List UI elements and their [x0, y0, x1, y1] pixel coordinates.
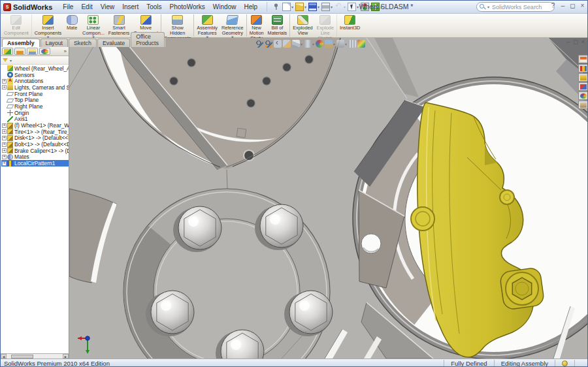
- scrollbar-thumb[interactable]: [11, 355, 33, 359]
- task-pane-button[interactable]: [578, 55, 588, 63]
- toolbar-button[interactable]: Assembly Features ▼: [195, 14, 220, 37]
- quick-access-button[interactable]: ▾: [271, 2, 281, 12]
- child-close-button[interactable]: ×: [581, 39, 585, 45]
- tree-item[interactable]: Annotations: [1, 78, 69, 84]
- toolbar-button[interactable]: Edit Component ▼: [2, 14, 32, 37]
- toolbar-button[interactable]: Linear Compon... ▼: [80, 14, 106, 37]
- expand-icon[interactable]: [2, 136, 7, 140]
- command-tab[interactable]: Office Products: [131, 32, 165, 47]
- toolbar-button[interactable]: Insert Components ▼: [33, 14, 63, 37]
- hud-button[interactable]: ▾: [274, 40, 282, 48]
- toolbar-button[interactable]: Show Hidden Components ▼: [162, 14, 194, 37]
- child-restore-button[interactable]: ◻: [573, 39, 578, 45]
- tree-item[interactable]: Bolt<1> -> (Default<<Defau: [1, 141, 69, 148]
- task-pane-button[interactable]: [578, 91, 588, 100]
- expand-icon[interactable]: [2, 123, 7, 128]
- menu-item[interactable]: Help: [240, 2, 261, 12]
- toolbar-button[interactable]: Smart Fasteners ▼: [106, 14, 131, 37]
- panel-tab[interactable]: [39, 48, 50, 55]
- scroll-right-arrow-icon[interactable]: ▶: [63, 354, 69, 359]
- search-input[interactable]: [491, 3, 551, 11]
- apply-scene-icon: [325, 40, 333, 48]
- panel-overflow-chevron[interactable]: [64, 48, 67, 54]
- tree-item[interactable]: Axis1: [1, 116, 69, 123]
- graphics-viewport[interactable]: ▾ ▾ ▾ ▾ ▾: [69, 38, 588, 359]
- expand-icon[interactable]: [2, 85, 7, 89]
- toolbar-button[interactable]: Explode Line Sketch ▼: [315, 14, 337, 37]
- command-tab[interactable]: Evaluate: [97, 39, 130, 47]
- tree-item[interactable]: Front Plane: [1, 91, 69, 97]
- help-button[interactable]: ?: [549, 2, 557, 9]
- tree-item[interactable]: LocalCirPattern1: [1, 160, 69, 167]
- reference-geometry: [226, 15, 238, 25]
- search-dropdown-icon[interactable]: ▾: [487, 5, 489, 9]
- hud-button[interactable]: ▾: [304, 40, 314, 48]
- task-pane-button[interactable]: [578, 73, 588, 82]
- task-pane-button[interactable]: [578, 101, 588, 109]
- hud-button[interactable]: ▾: [283, 40, 291, 48]
- toolbar-button[interactable]: Mate ▼: [63, 14, 80, 37]
- tree-item[interactable]: Lights, Cameras and Scene: [1, 84, 69, 91]
- toolbar-button[interactable]: Bill of Materials ▼: [266, 14, 291, 37]
- maximize-button[interactable]: ◻: [569, 2, 576, 9]
- toolbar-button[interactable]: New Motion Study ▼: [248, 14, 266, 37]
- tree-item[interactable]: Origin: [1, 110, 69, 116]
- hud-button[interactable]: ▾: [325, 40, 335, 48]
- expand-icon[interactable]: [2, 155, 7, 159]
- hud-button[interactable]: ▾: [265, 40, 272, 48]
- tree-item[interactable]: Disk<1> -> (Default<<Defau: [1, 135, 69, 142]
- task-pane-button[interactable]: [578, 64, 588, 72]
- search-box[interactable]: ▾: [476, 2, 555, 12]
- task-pane-button[interactable]: [578, 82, 588, 91]
- tree-item[interactable]: (f) Wheel<1> (Rear_Wheel_P...: [1, 122, 69, 129]
- expand-icon[interactable]: [2, 79, 7, 84]
- scroll-left-arrow-icon[interactable]: ◀: [1, 354, 7, 359]
- command-tab[interactable]: Assembly: [2, 39, 40, 47]
- tree-item[interactable]: Right Plane: [1, 103, 69, 110]
- hud-button[interactable]: ▾: [255, 40, 263, 48]
- tree-item[interactable]: Top Plane: [1, 97, 69, 103]
- menu-item[interactable]: Edit: [77, 2, 96, 12]
- tree-filter[interactable]: ▾: [1, 56, 69, 65]
- menu-item[interactable]: Window: [209, 2, 240, 12]
- close-button[interactable]: ×: [579, 2, 586, 9]
- toolbar-button-label: Reference Geometry: [221, 25, 244, 36]
- quick-access-button[interactable]: ▾: [295, 2, 307, 12]
- toolbar-button[interactable]: Instant3D ▼: [338, 14, 362, 37]
- hud-button[interactable]: ▾: [348, 40, 356, 48]
- menu-item[interactable]: File: [59, 2, 77, 12]
- toolbar-button[interactable]: Exploded View ▼: [291, 14, 314, 37]
- tree-item[interactable]: Wheel (Rear_Wheel_Assembly<D: [1, 65, 69, 72]
- expand-icon[interactable]: [2, 148, 7, 153]
- menu-item[interactable]: Insert: [118, 2, 142, 12]
- minimize-button[interactable]: –: [559, 2, 566, 9]
- hud-button[interactable]: ▾: [316, 40, 323, 48]
- menu-item[interactable]: View: [97, 2, 119, 12]
- quick-tips-icon[interactable]: [562, 360, 568, 366]
- expand-icon[interactable]: [2, 129, 7, 134]
- viewport-3d-scene[interactable]: [69, 38, 588, 359]
- child-minimize-button[interactable]: –: [566, 39, 570, 45]
- panel-tab[interactable]: [14, 48, 25, 55]
- command-tab[interactable]: Layout: [41, 39, 68, 47]
- tree-item-label: Front Plane: [14, 91, 42, 97]
- tree-item[interactable]: Mates: [1, 154, 69, 161]
- expand-icon[interactable]: [2, 142, 7, 147]
- expand-icon[interactable]: [2, 161, 7, 166]
- quick-access-button[interactable]: ▾: [282, 2, 294, 12]
- tree-item[interactable]: Sensors: [1, 72, 69, 78]
- plane-icon: [7, 99, 14, 103]
- panel-tab[interactable]: [27, 48, 38, 55]
- hud-button[interactable]: ▾: [292, 40, 302, 48]
- menu-item[interactable]: PhotoWorks: [166, 2, 209, 12]
- tree-item[interactable]: Brake Caliper<1> -> (Default: [1, 148, 69, 154]
- menu-item[interactable]: Tools: [142, 2, 165, 12]
- panel-tab[interactable]: [2, 48, 13, 55]
- hud-button[interactable]: ▾: [336, 40, 347, 48]
- panel-horizontal-scrollbar[interactable]: ◀ ▶: [1, 353, 69, 359]
- command-tab[interactable]: Sketch: [69, 39, 97, 47]
- file-explorer-icon: [580, 75, 587, 80]
- hud-button[interactable]: ▾: [357, 40, 365, 48]
- toolbar-button[interactable]: Reference Geometry ▼: [220, 14, 247, 37]
- tree-item[interactable]: Tire<1> -> (Rear_Tire_Part<: [1, 129, 69, 135]
